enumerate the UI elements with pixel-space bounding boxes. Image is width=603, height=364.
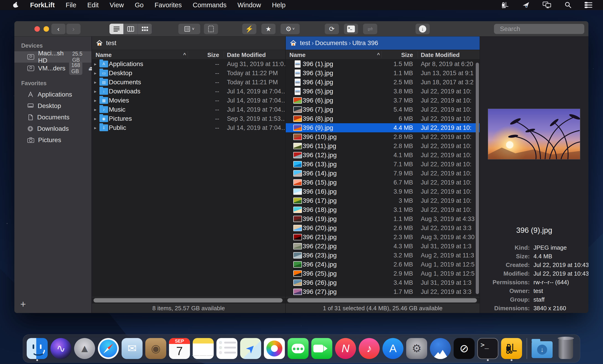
file-row[interactable]: 396 (1).jpg1.5 MBApr 8, 2019 at 6:20	[286, 59, 480, 68]
favorites-button[interactable]: ★	[261, 24, 276, 34]
file-row[interactable]: 396 (6).jpg3.7 MBJul 22, 2019 at 10:	[286, 96, 480, 105]
right-horizontal-scrollbar[interactable]	[286, 297, 480, 303]
back-button[interactable]: ‹	[51, 24, 65, 34]
search-icon[interactable]	[564, 1, 572, 9]
file-row[interactable]: 396 (9).jpg4.4 MBJul 22, 2019 at 10:	[286, 123, 480, 132]
notification-list-icon[interactable]	[584, 1, 593, 9]
file-row[interactable]: 396 (8).jpg6 MBJul 22, 2019 at 10:	[286, 114, 480, 123]
file-row[interactable]: 396 (24).jpg2.6 MBAug 1, 2019 at 12:5	[286, 260, 480, 269]
file-row[interactable]: 396 (15).jpg6.7 MBJul 22, 2019 at 10:	[286, 178, 480, 187]
menu-item-view[interactable]: View	[104, 1, 129, 9]
menu-item-file[interactable]: File	[60, 1, 82, 9]
sidebar-item-macishhd[interactable]: Maci...sh HD25.5 GB	[14, 51, 92, 63]
dock-icon-downloads-folder[interactable]: ↓	[531, 338, 553, 359]
file-row[interactable]: 396 (3).jpg1.1 MBJun 13, 2015 at 9:1	[286, 68, 480, 78]
column-size[interactable]: Size	[384, 52, 413, 58]
sidebar-item-downloads[interactable]: Downloads	[14, 123, 92, 134]
menu-item-forklift[interactable]: ForkLift	[25, 1, 60, 9]
dock-icon-finder[interactable]	[26, 338, 48, 359]
disclosure-triangle-icon[interactable]: ▸	[92, 79, 99, 85]
sidebar-item-applications[interactable]: Applications	[14, 89, 92, 100]
apple-menu-icon[interactable]	[7, 2, 25, 8]
file-row[interactable]: 396 (21).jpg2.3 MBAug 3, 2019 at 4:30	[286, 232, 480, 242]
folder-row[interactable]: ▸↓Downloads--Jul 14, 2019 at 7:04…	[92, 87, 285, 96]
icon-view-icon[interactable]	[138, 24, 152, 34]
breadcrumb-segment[interactable]: Ultra 396	[352, 39, 378, 46]
file-row[interactable]: 396 (23).jpg3.2 MBAug 2, 2019 at 11:3	[286, 251, 480, 260]
menu-item-commands[interactable]: Commands	[187, 1, 232, 9]
dock-icon-system-preferences[interactable]: ⚙	[406, 338, 428, 359]
disclosure-triangle-icon[interactable]: ▸	[92, 116, 99, 121]
folder-row[interactable]: ▸⇩Public--Jul 14, 2019 at 7:04…	[92, 123, 285, 132]
menu-item-favorites[interactable]: Favorites	[149, 1, 187, 9]
sidebar-item-desktop[interactable]: Desktop	[14, 100, 92, 112]
dock-icon-calendar[interactable]: SEP7	[169, 338, 190, 359]
close-button[interactable]	[35, 26, 40, 32]
file-row[interactable]: 396 (11).jpg2.8 MBJul 22, 2019 at 10:	[286, 142, 480, 151]
dock-icon-news[interactable]: N	[335, 338, 357, 359]
file-row[interactable]: 396 (4).jpg2.5 MBJun 18, 2017 at 3:2	[286, 78, 480, 87]
folder-row[interactable]: ▸▭Desktop--Today at 11:22 PM	[92, 68, 285, 78]
dock-icon-itunes[interactable]: ♪	[358, 338, 380, 359]
displays-icon[interactable]	[542, 1, 552, 9]
folder-row[interactable]: ▸♪Music--Jul 14, 2019 at 7:04…	[92, 105, 285, 114]
dock-icon-terminal[interactable]: >_	[477, 338, 499, 359]
dock-icon-app-store[interactable]: A	[382, 338, 404, 359]
right-breadcrumb-bar[interactable]: test›Documents›Ultra 396	[286, 36, 480, 50]
left-horizontal-scrollbar[interactable]	[92, 297, 285, 303]
refresh-button[interactable]: ⟳	[325, 24, 339, 34]
file-row[interactable]: 396 (13).jpg7.1 MBJul 22, 2019 at 10:	[286, 160, 480, 169]
menu-item-edit[interactable]: Edit	[82, 1, 104, 9]
folder-row[interactable]: ▸▦Movies--Jul 14, 2019 at 7:04…	[92, 96, 285, 105]
column-name[interactable]: Name	[290, 52, 306, 58]
dock-icon-maps[interactable]: ➤	[240, 338, 262, 359]
breadcrumb-segment[interactable]: Documents	[315, 39, 347, 46]
column-date[interactable]: Date Modified	[227, 52, 266, 58]
minimize-button[interactable]	[44, 26, 49, 32]
dock-icon-safari[interactable]	[97, 338, 119, 359]
column-date[interactable]: Date Modified	[421, 52, 460, 58]
actions-button[interactable]: ⚙˅	[280, 24, 300, 34]
disclosure-triangle-icon[interactable]: ▸	[92, 98, 99, 103]
dock-icon-mail[interactable]: ✉	[121, 338, 143, 359]
send-icon[interactable]	[522, 1, 530, 9]
forward-button[interactable]: ›	[66, 24, 81, 34]
disclosure-triangle-icon[interactable]: ▸	[92, 107, 99, 112]
folder-row[interactable]: ▸◉Pictures--Sep 3, 2019 at 1:53…	[92, 114, 285, 123]
breadcrumb-segment[interactable]: test	[300, 39, 310, 46]
disclosure-triangle-icon[interactable]: ▸	[92, 125, 99, 131]
folder-row[interactable]: ▸▤Documents--Today at 11:21 PM	[92, 78, 285, 87]
menu-item-help[interactable]: Help	[266, 1, 291, 9]
file-row[interactable]: 396 (19).jpg1.1 MBAug 3, 2019 at 4:33	[286, 214, 480, 223]
file-row[interactable]: 396 (26).jpg3.4 MBJul 31, 2019 at 1:3	[286, 278, 480, 287]
disclosure-triangle-icon[interactable]: ▸	[92, 88, 99, 94]
dock-icon-facetime[interactable]	[311, 338, 333, 359]
dock-icon-launchpad[interactable]: ▲	[74, 338, 95, 359]
dock-icon-reminders[interactable]	[216, 338, 238, 359]
disclosure-triangle-icon[interactable]: ▸	[92, 70, 99, 76]
sidebar-item-pictures[interactable]: Pictures	[14, 134, 92, 146]
arrange-button[interactable]: ˅	[178, 24, 200, 34]
dock-icon-notes[interactable]: ———	[192, 338, 214, 359]
file-row[interactable]: 396 (25).jpg2.9 MBAug 1, 2019 at 12:5	[286, 269, 480, 278]
dock-icon-contacts[interactable]: ◉	[145, 338, 167, 359]
column-view-icon[interactable]	[124, 24, 138, 34]
file-row[interactable]: 396 (14).jpg7.9 MBJul 22, 2019 at 10:	[286, 169, 480, 178]
menu-item-go[interactable]: Go	[129, 1, 149, 9]
menu-item-window[interactable]: Window	[232, 1, 266, 9]
dock-icon-photos[interactable]	[263, 338, 285, 359]
file-row[interactable]: 396 (20).jpg2.6 MBJul 22, 2019 at 3:3	[286, 223, 480, 232]
search-field[interactable]	[494, 24, 584, 34]
sidebar-item-vmders[interactable]: VM...ders168 GB⏏	[14, 63, 92, 74]
terminal-button[interactable]: >_	[344, 24, 358, 34]
add-favorite-button[interactable]: +	[20, 299, 26, 310]
file-row[interactable]: 396 (22).jpg4.3 MBJul 31, 2019 at 1:3	[286, 242, 480, 251]
column-name[interactable]: Name	[95, 52, 112, 58]
file-row[interactable]: 396 (5).jpg3.8 MBJul 22, 2019 at 10:	[286, 87, 480, 96]
right-vertical-scrollbar[interactable]	[475, 59, 479, 297]
dock-icon-messages[interactable]: ●●●	[287, 338, 309, 359]
file-row[interactable]: 396 (17).jpg3 MBJul 22, 2019 at 10:	[286, 196, 480, 205]
file-row[interactable]: 396 (7).jpg5.4 MBJul 22, 2019 at 10:	[286, 105, 480, 114]
sync-button[interactable]: ⇌	[363, 24, 377, 34]
disclosure-triangle-icon[interactable]: ▸	[92, 61, 99, 67]
